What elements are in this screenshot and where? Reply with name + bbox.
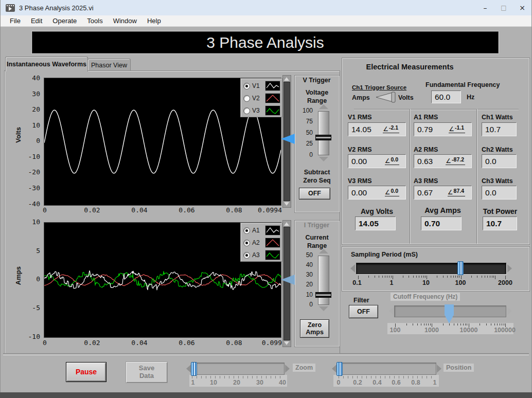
window-controls: – □ × <box>476 0 531 15</box>
position-scale-tick: 0.6 <box>387 379 405 386</box>
radio-selected-icon[interactable] <box>243 83 250 89</box>
zoom-scale-tick: 20 <box>229 379 244 386</box>
v-trigger-level-icon[interactable] <box>281 134 295 144</box>
fundamental-frequency-label: Fundamental Frequency <box>425 81 500 88</box>
zoom-handle[interactable] <box>191 362 197 376</box>
radio-selected-icon[interactable] <box>243 252 250 259</box>
tot-power-label: Tot Power <box>478 207 522 215</box>
ch1-watts-label: Ch1 Watts <box>482 114 513 121</box>
legend-item-a3[interactable]: A3 <box>243 249 280 261</box>
tot-power-display: 10.7 <box>483 216 517 230</box>
radio-selected-icon[interactable] <box>243 227 250 234</box>
i-trigger-level-icon[interactable] <box>281 275 295 285</box>
grid-col-divider <box>476 109 477 244</box>
ch1-watts-display: 10.7 <box>482 122 517 136</box>
line-style-swatch-icon[interactable] <box>265 250 280 260</box>
pause-button[interactable]: Pause <box>66 362 107 382</box>
line-style-swatch-icon[interactable] <box>265 93 280 103</box>
menu-tools[interactable]: Tools <box>82 17 108 25</box>
position-scale-tick: 0 <box>330 379 347 386</box>
cutoff-frequency-handle[interactable] <box>445 304 454 323</box>
position-label: Position <box>444 364 474 372</box>
tab-phasor-view[interactable]: Phasor View <box>87 59 131 71</box>
measurements-title: Electrical Measurements <box>357 63 463 71</box>
v1-rms-display: 14.05 ∠-2.1 <box>348 122 406 136</box>
slider-left-arrow-icon[interactable] <box>389 307 394 315</box>
sampling-period-slider[interactable] <box>356 263 506 274</box>
line-style-swatch-icon[interactable] <box>265 238 280 248</box>
position-handle[interactable] <box>336 362 343 376</box>
legend-item-a2[interactable]: A2 <box>243 237 280 248</box>
legend-label: V2 <box>252 95 260 102</box>
banner: 3 Phase Analysis <box>32 31 499 53</box>
v3-rms-display: 0.00 ∠0.0 <box>348 186 406 200</box>
sampling-scale-tick: 0.1 <box>347 279 367 286</box>
sampling-period-handle[interactable] <box>457 261 464 275</box>
legend-item-v3[interactable]: V3 <box>243 105 280 116</box>
window-title: 3 Phase Analysis 2025.vi <box>19 4 94 12</box>
sampling-scale-tick: 100 <box>450 279 471 286</box>
menu-file[interactable]: File <box>5 17 26 25</box>
cutoff-scale-tick: 10000 <box>456 327 482 334</box>
a2-rms-display: 0.63 ∠-87.2 <box>414 154 472 168</box>
filter-label: Filter <box>353 297 369 304</box>
radio-unselected-icon[interactable] <box>243 107 250 114</box>
position-scale-tick: 0.4 <box>368 379 386 386</box>
app-window: 3 Phase Analysis 2025.vi – □ × File Edit… <box>0 0 532 398</box>
slider-left-arrow-icon[interactable] <box>332 365 336 373</box>
volt-graph-legend: V1 V2 V3 <box>240 78 282 117</box>
slider-right-arrow-icon[interactable] <box>285 365 290 373</box>
a2-rms-label: A2 RMS <box>414 146 438 153</box>
radio-selected-icon[interactable] <box>243 240 250 246</box>
minimize-button[interactable]: – <box>476 0 494 15</box>
zoom-slider[interactable] <box>191 363 285 375</box>
slider-left-arrow-icon[interactable] <box>186 365 191 373</box>
slider-right-arrow-icon[interactable] <box>507 307 512 315</box>
close-button[interactable]: × <box>513 0 531 15</box>
hz-unit-label: Hz <box>467 94 474 101</box>
position-slider[interactable] <box>337 363 436 375</box>
sampling-scale-tick: 2000 <box>494 279 517 286</box>
avg-amps-display: 0.70 <box>421 216 462 230</box>
menu-operate[interactable]: Operate <box>47 17 82 25</box>
phase-angle: ∠0.0 <box>385 189 399 196</box>
legend-item-v1[interactable]: V1 <box>243 80 280 92</box>
titlebar: 3 Phase Analysis 2025.vi – □ × <box>1 0 531 15</box>
position-minor-ticks <box>339 376 435 378</box>
save-data-button[interactable]: Save Data <box>126 361 168 383</box>
phase-angle: ∠87.4 <box>448 189 465 196</box>
menu-window[interactable]: Window <box>108 17 142 25</box>
window-bottom-edge <box>0 392 532 398</box>
line-style-swatch-icon[interactable] <box>265 81 280 91</box>
slider-right-arrow-icon[interactable] <box>507 264 512 273</box>
filter-off-button[interactable]: OFF <box>349 305 378 318</box>
legend-item-v2[interactable]: V2 <box>243 93 280 104</box>
rms-value: 0.67 <box>417 188 433 197</box>
legend-label: A2 <box>252 239 260 246</box>
line-style-swatch-icon[interactable] <box>265 105 280 116</box>
sampling-period-label: Sampling Period (mS) <box>351 251 418 258</box>
fundamental-frequency-field[interactable]: 60.0 <box>431 91 461 103</box>
trigger-source-switch[interactable] <box>375 92 397 103</box>
zoom-label: Zoom <box>293 364 315 372</box>
amp-graph-legend: A1 A2 A3 <box>240 223 282 262</box>
phase-angle: ∠-87.2 <box>446 158 465 165</box>
avg-volts-display: 14.05 <box>355 216 396 230</box>
a1-rms-display: 0.79 ∠-1.1 <box>414 122 472 136</box>
ch2-watts-label: Ch2 Watts <box>482 146 513 153</box>
line-style-swatch-icon[interactable] <box>265 225 280 236</box>
legend-item-a1[interactable]: A1 <box>243 225 280 236</box>
radio-unselected-icon[interactable] <box>243 95 250 102</box>
slider-left-arrow-icon[interactable] <box>350 264 355 273</box>
tab-instantaneous-waveforms[interactable]: Instantaneous Waveforms <box>5 57 88 71</box>
maximize-button[interactable]: □ <box>494 0 513 15</box>
legend-label: A1 <box>252 227 260 234</box>
rms-value: 14.05 <box>351 125 371 134</box>
legend-label: A3 <box>252 251 260 259</box>
menu-help[interactable]: Help <box>142 17 166 25</box>
a3-rms-display: 0.67 ∠87.4 <box>414 186 472 200</box>
menu-edit[interactable]: Edit <box>26 17 47 25</box>
grid-col-divider <box>410 109 410 244</box>
slider-right-arrow-icon[interactable] <box>437 365 441 373</box>
tab-label: Instantaneous Waveforms <box>7 61 86 68</box>
